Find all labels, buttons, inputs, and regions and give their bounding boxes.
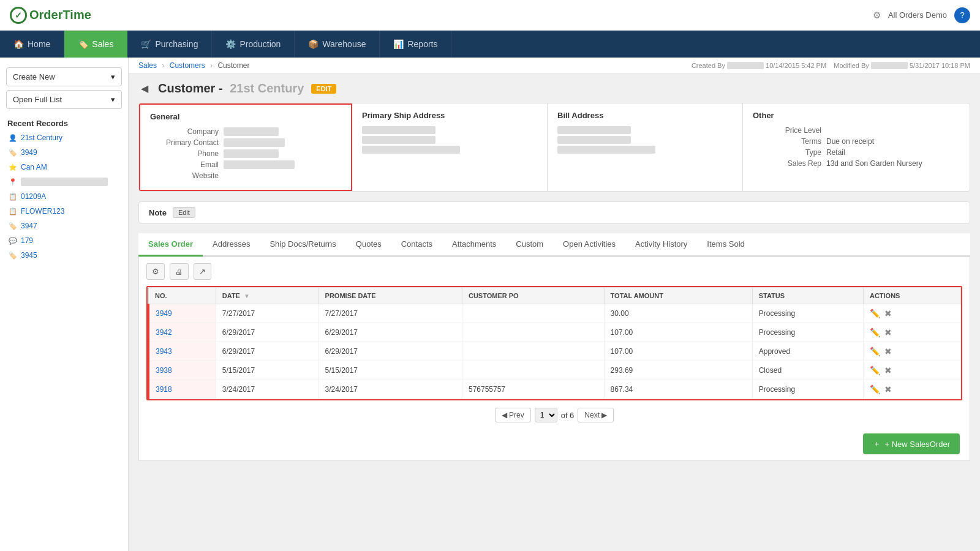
phone-row: Phone 400-087-9844 bbox=[150, 149, 341, 158]
tab-contacts[interactable]: Contacts bbox=[391, 233, 442, 257]
tab-attachments[interactable]: Attachments bbox=[442, 233, 506, 257]
recent-record-6[interactable]: 🏷️ 3947 bbox=[4, 219, 124, 233]
recent-record-link-3[interactable]: 1800 San Juan SE Parade bbox=[21, 178, 108, 186]
new-salesorder-button[interactable]: ＋ + New SalesOrder bbox=[863, 433, 960, 454]
edit-action-0[interactable]: ✏️ bbox=[870, 309, 880, 318]
nav-item-home[interactable]: 🏠 Home bbox=[0, 31, 64, 58]
edit-action-4[interactable]: ✏️ bbox=[870, 384, 880, 394]
edit-action-3[interactable]: ✏️ bbox=[870, 365, 880, 375]
gear-icon[interactable]: ⚙ bbox=[873, 10, 881, 21]
table-wrapper: NO. DATE ▼ PROMISE DATE CUSTOMER PO TOTA… bbox=[146, 286, 962, 400]
main-layout: Create New ▾ Open Full List ▾ Recent Rec… bbox=[0, 58, 980, 551]
print-toolbar-button[interactable]: 🖨 bbox=[170, 263, 189, 280]
recent-record-link-8[interactable]: 3945 bbox=[21, 251, 37, 260]
tab-custom[interactable]: Custom bbox=[506, 233, 553, 257]
recent-record-link-5[interactable]: FLOWER123 bbox=[21, 207, 64, 216]
collapse-button[interactable]: ◀ bbox=[138, 83, 151, 94]
type-label: Type bbox=[753, 148, 826, 157]
create-new-button[interactable]: Create New ▾ bbox=[6, 67, 122, 86]
delete-action-3[interactable]: ✖ bbox=[884, 365, 892, 375]
delete-action-2[interactable]: ✖ bbox=[884, 347, 892, 356]
edit-action-2[interactable]: ✏️ bbox=[870, 347, 880, 356]
cell-promise-3: 5/15/2017 bbox=[318, 361, 462, 380]
tab-ship-docs[interactable]: Ship Docs/Returns bbox=[260, 233, 345, 257]
nav-item-warehouse[interactable]: 📦 Warehouse bbox=[295, 31, 380, 58]
quote-icon-7: 💬 bbox=[9, 237, 17, 245]
tab-activity-history[interactable]: Activity History bbox=[625, 233, 697, 257]
recent-record-link-7[interactable]: 179 bbox=[21, 236, 33, 245]
cell-promise-2: 6/29/2017 bbox=[318, 342, 462, 361]
breadcrumb-customers[interactable]: Customers bbox=[170, 61, 205, 70]
primary-contact-value: William P. Hayes bbox=[224, 138, 285, 147]
delete-action-4[interactable]: ✖ bbox=[884, 384, 892, 394]
recent-record-link-6[interactable]: 3947 bbox=[21, 222, 37, 230]
recent-record-0[interactable]: 👤 21st Century bbox=[4, 130, 124, 145]
prev-button[interactable]: ◀ Prev bbox=[495, 408, 531, 422]
order-link-2[interactable]: 3943 bbox=[156, 347, 172, 356]
recent-record-link-2[interactable]: Can AM bbox=[21, 163, 47, 171]
export-toolbar-button[interactable]: ↗ bbox=[194, 263, 211, 280]
cell-promise-4: 3/24/2017 bbox=[318, 380, 462, 399]
purchasing-icon: 🛒 bbox=[141, 39, 151, 49]
logo-icon: ✓ bbox=[10, 7, 27, 24]
recent-record-3[interactable]: 📍 1800 San Juan SE Parade bbox=[4, 174, 124, 189]
breadcrumb-sales[interactable]: Sales bbox=[138, 61, 157, 70]
cell-status-2: Approved bbox=[752, 342, 863, 361]
recent-record-7[interactable]: 💬 179 bbox=[4, 233, 124, 248]
edit-action-1[interactable]: ✏️ bbox=[870, 328, 880, 337]
tab-quotes[interactable]: Quotes bbox=[346, 233, 391, 257]
tab-sales-order[interactable]: Sales Order bbox=[138, 233, 203, 257]
cell-po-1 bbox=[462, 323, 604, 342]
tab-items-sold[interactable]: Items Sold bbox=[697, 233, 754, 257]
recent-record-4[interactable]: 📋 01209A bbox=[4, 189, 124, 204]
tab-addresses[interactable]: Addresses bbox=[203, 233, 260, 257]
note-label: Note bbox=[149, 208, 167, 217]
nav-label-reports: Reports bbox=[407, 39, 437, 49]
col-no: NO. bbox=[149, 288, 216, 304]
delete-action-0[interactable]: ✖ bbox=[884, 309, 892, 318]
col-status: STATUS bbox=[752, 288, 863, 304]
sales-rep-value: 13d and Son Garden Nursery bbox=[826, 159, 922, 168]
open-full-list-label: Open Full List bbox=[13, 95, 62, 104]
tag-icon-6: 🏷️ bbox=[9, 222, 17, 230]
edit-badge[interactable]: EDIT bbox=[311, 84, 336, 94]
recent-record-2[interactable]: ⭐ Can AM bbox=[4, 160, 124, 174]
nav-item-production[interactable]: ⚙️ Production bbox=[212, 31, 295, 58]
open-full-list-button[interactable]: Open Full List ▾ bbox=[6, 90, 122, 109]
breadcrumb-bar: Sales › Customers › Customer Created By … bbox=[129, 58, 980, 74]
table-row: 3943 6/29/2017 6/29/2017 107.00 Approved… bbox=[149, 342, 961, 361]
order-link-1[interactable]: 3942 bbox=[156, 328, 172, 337]
logo[interactable]: ✓ OrderTime bbox=[10, 7, 91, 24]
general-panel-title: General bbox=[150, 112, 341, 121]
tabs-bar: Sales Order Addresses Ship Docs/Returns … bbox=[138, 233, 970, 257]
nav-item-purchasing[interactable]: 🛒 Purchasing bbox=[127, 31, 212, 58]
recent-record-1[interactable]: 🏷️ 3949 bbox=[4, 145, 124, 160]
order-link-0[interactable]: 3949 bbox=[156, 309, 172, 318]
delete-action-1[interactable]: ✖ bbox=[884, 328, 892, 337]
settings-toolbar-button[interactable]: ⚙ bbox=[146, 263, 165, 280]
note-edit-button[interactable]: Edit bbox=[173, 207, 195, 218]
email-row: Email customer@email.com bbox=[150, 160, 341, 169]
top-bar: ✓ OrderTime ⚙ All Orders Demo ? bbox=[0, 0, 980, 31]
order-link-3[interactable]: 3938 bbox=[156, 366, 172, 375]
cell-status-3: Closed bbox=[752, 361, 863, 380]
page-select[interactable]: 1 2 3 4 5 6 bbox=[535, 408, 557, 422]
recent-record-5[interactable]: 📋 FLOWER123 bbox=[4, 204, 124, 219]
order-link-4[interactable]: 3918 bbox=[156, 385, 172, 394]
recent-record-link-4[interactable]: 01209A bbox=[21, 192, 46, 201]
nav-item-reports[interactable]: 📊 Reports bbox=[380, 31, 451, 58]
cell-no-2: 3943 bbox=[149, 342, 216, 361]
table-row: 3949 7/27/2017 7/27/2017 30.00 Processin… bbox=[149, 304, 961, 323]
col-date[interactable]: DATE ▼ bbox=[216, 288, 318, 304]
cell-amount-2: 107.00 bbox=[604, 342, 752, 361]
tab-open-activities[interactable]: Open Activities bbox=[553, 233, 625, 257]
recent-record-link-0[interactable]: 21st Century bbox=[21, 133, 62, 142]
next-button[interactable]: Next ▶ bbox=[578, 408, 614, 422]
phone-value: 400-087-9844 bbox=[224, 149, 279, 158]
recent-record-link-1[interactable]: 3949 bbox=[21, 148, 37, 157]
user-avatar[interactable]: ? bbox=[954, 7, 970, 23]
nav-item-sales[interactable]: 🏷️ Sales bbox=[64, 31, 127, 58]
pagination: ◀ Prev 1 2 3 4 5 6 of 6 Next ▶ bbox=[146, 400, 962, 430]
nav-bar: 🏠 Home 🏷️ Sales 🛒 Purchasing ⚙️ Producti… bbox=[0, 31, 980, 58]
recent-record-8[interactable]: 🏷️ 3945 bbox=[4, 248, 124, 263]
